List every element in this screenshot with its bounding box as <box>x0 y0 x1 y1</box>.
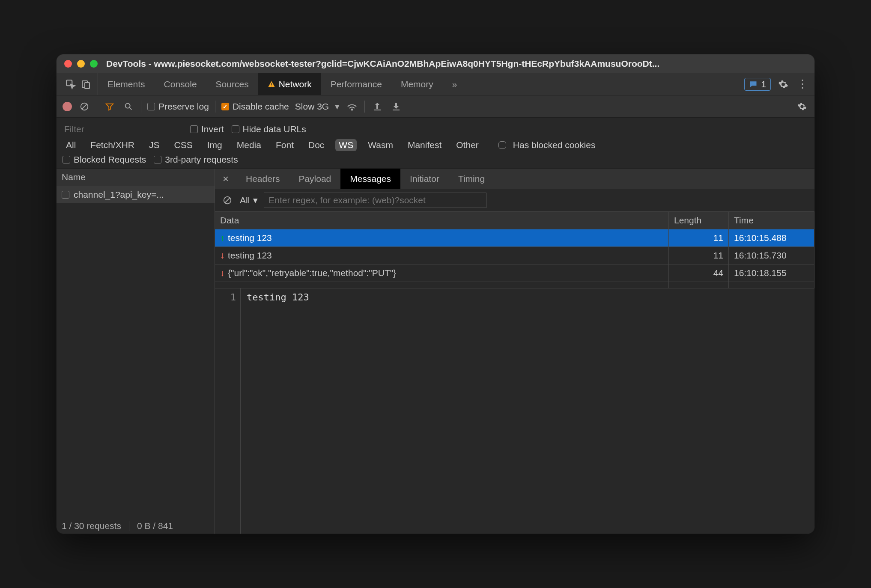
checkbox-label: Blocked Requests <box>74 154 146 165</box>
panel-tabbar: Elements Console Sources Network Perform… <box>57 73 814 95</box>
type-img[interactable]: Img <box>204 139 226 151</box>
filter-icon[interactable] <box>103 100 116 113</box>
tab-label: Console <box>164 79 197 89</box>
blocked-requests-checkbox[interactable]: Blocked Requests <box>63 154 146 165</box>
upload-har-icon[interactable] <box>371 100 384 113</box>
tab-console[interactable]: Console <box>155 73 206 95</box>
tab-label: Performance <box>331 79 382 89</box>
panel-tabs: Elements Console Sources Network Perform… <box>98 73 466 95</box>
dtab-label: Headers <box>246 174 280 184</box>
tab-network[interactable]: Network <box>258 73 321 95</box>
message-row[interactable]: ↑testing 123 11 16:10:15.488 <box>215 229 814 247</box>
message-type-filter[interactable]: All ▾ <box>240 195 258 205</box>
dtab-messages[interactable]: Messages <box>340 169 400 189</box>
clear-messages-icon[interactable] <box>221 194 234 207</box>
message-regex-input[interactable] <box>264 193 486 208</box>
filter-bar: Invert Hide data URLs All Fetch/XHR JS C… <box>57 118 814 169</box>
type-css[interactable]: CSS <box>171 139 196 151</box>
disable-cache-checkbox[interactable]: ✓Disable cache <box>221 101 289 112</box>
inspect-element-icon[interactable] <box>64 78 77 91</box>
close-window-button[interactable] <box>64 60 72 68</box>
search-icon[interactable] <box>122 100 135 113</box>
transfer-size: 0 B / 841 <box>129 521 173 531</box>
col-time-header[interactable]: Time <box>729 212 814 229</box>
preserve-log-checkbox[interactable]: Preserve log <box>147 101 209 112</box>
clear-icon[interactable] <box>78 100 91 113</box>
payload-text[interactable]: testing 123 <box>241 288 315 534</box>
message-data: testing 123 <box>228 233 272 243</box>
message-length: 11 <box>669 247 729 264</box>
tab-label: Elements <box>107 79 145 89</box>
dtab-headers[interactable]: Headers <box>236 169 289 189</box>
request-list-sidebar: Name channel_1?api_key=... 1 / 30 reques… <box>57 169 215 534</box>
more-menu-icon[interactable]: ⋮ <box>796 78 808 91</box>
checkbox-label: Disable cache <box>233 101 289 112</box>
invert-checkbox[interactable]: Invert <box>190 124 224 134</box>
request-name: channel_1?api_key=... <box>74 190 164 200</box>
name-column-header[interactable]: Name <box>57 169 215 186</box>
network-toolbar: Preserve log ✓Disable cache Slow 3G ▾ <box>57 95 814 118</box>
dtab-label: Payload <box>298 174 331 184</box>
messages-header-row: Data Length Time <box>215 212 814 229</box>
issues-count: 1 <box>761 79 766 89</box>
message-time: 16:10:15.488 <box>729 229 814 247</box>
tab-memory[interactable]: Memory <box>391 73 443 95</box>
tab-performance[interactable]: Performance <box>321 73 391 95</box>
arrow-down-icon: ↓ <box>220 250 228 261</box>
col-length-header[interactable]: Length <box>669 212 729 229</box>
has-blocked-cookies-checkbox[interactable]: Has blocked cookies <box>498 139 599 151</box>
type-ws[interactable]: WS <box>335 139 357 151</box>
type-other[interactable]: Other <box>453 139 482 151</box>
hide-data-urls-checkbox[interactable]: Hide data URLs <box>232 124 306 134</box>
dtab-timing[interactable]: Timing <box>449 169 494 189</box>
devtools-window: DevTools - www.piesocket.com/websocket-t… <box>57 54 814 534</box>
type-wasm[interactable]: Wasm <box>364 139 397 151</box>
tab-label: Memory <box>401 79 433 89</box>
message-row[interactable]: ↓{"url":"ok","retryable":true,"method":"… <box>215 264 814 282</box>
dropdown-icon: ▾ <box>253 195 258 205</box>
message-row[interactable]: ↓testing 123 11 16:10:15.730 <box>215 247 814 264</box>
network-conditions-icon[interactable] <box>346 100 358 113</box>
col-data-header[interactable]: Data <box>215 212 669 229</box>
issues-button[interactable]: 1 <box>744 78 771 91</box>
close-detail-button[interactable]: × <box>215 173 236 185</box>
window-title: DevTools - www.piesocket.com/websocket-t… <box>106 59 659 69</box>
throttling-select[interactable]: Slow 3G <box>295 101 329 112</box>
request-row[interactable]: channel_1?api_key=... <box>57 186 215 203</box>
type-doc[interactable]: Doc <box>305 139 328 151</box>
dtab-initiator[interactable]: Initiator <box>400 169 449 189</box>
type-media[interactable]: Media <box>233 139 265 151</box>
resource-type-filters: All Fetch/XHR JS CSS Img Media Font Doc … <box>63 137 808 153</box>
tab-label: Sources <box>216 79 249 89</box>
tab-label: Network <box>279 79 312 89</box>
type-js[interactable]: JS <box>146 139 163 151</box>
dropdown-icon[interactable]: ▾ <box>335 101 340 112</box>
tab-sources[interactable]: Sources <box>206 73 258 95</box>
filter-input[interactable] <box>63 123 182 136</box>
device-toolbar-icon[interactable] <box>80 78 92 91</box>
checkbox-label: Has blocked cookies <box>510 139 599 151</box>
tab-elements[interactable]: Elements <box>98 73 155 95</box>
type-fetch-xhr[interactable]: Fetch/XHR <box>87 139 138 151</box>
chevrons-right-icon: » <box>452 79 457 89</box>
content-area: Name channel_1?api_key=... 1 / 30 reques… <box>57 169 814 534</box>
minimize-window-button[interactable] <box>77 60 85 68</box>
svg-rect-3 <box>271 83 272 85</box>
maximize-window-button[interactable] <box>90 60 98 68</box>
settings-icon[interactable] <box>777 78 790 91</box>
download-har-icon[interactable] <box>390 100 403 113</box>
type-font[interactable]: Font <box>272 139 297 151</box>
dtab-label: Messages <box>350 174 391 184</box>
type-all[interactable]: All <box>63 139 79 151</box>
status-bar: 1 / 30 requests 0 B / 841 <box>57 518 215 534</box>
checkbox-label: Invert <box>201 124 224 134</box>
message-row[interactable]: ↓ <box>215 282 814 288</box>
tabs-overflow-button[interactable]: » <box>443 73 467 95</box>
svg-line-8 <box>129 107 131 110</box>
dtab-payload[interactable]: Payload <box>289 169 340 189</box>
request-checkbox-icon <box>62 191 69 199</box>
third-party-requests-checkbox[interactable]: 3rd-party requests <box>154 154 238 165</box>
type-manifest[interactable]: Manifest <box>404 139 445 151</box>
settings-gear-icon[interactable] <box>796 100 808 113</box>
record-button[interactable] <box>63 102 72 111</box>
